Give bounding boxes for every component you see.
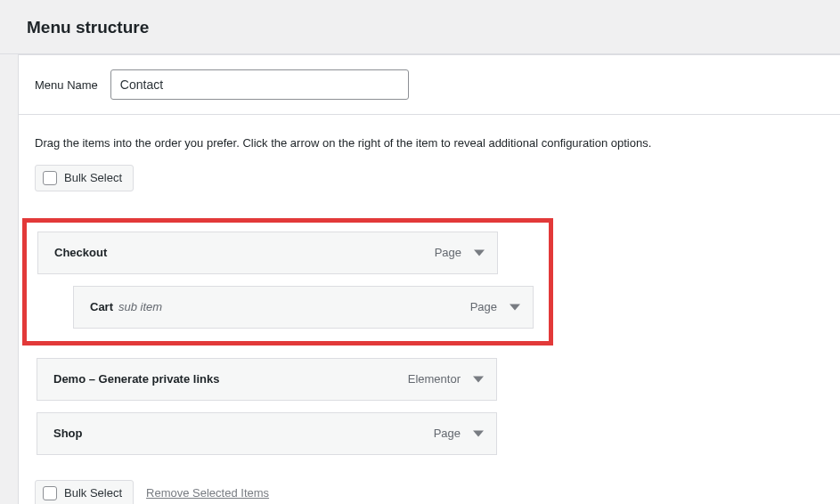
menu-item-title: Checkout [54,246,107,259]
menu-item-left: Checkout [54,246,107,259]
menu-item-left: Demo – Generate private links [53,372,219,386]
menu-item-right: Page [435,246,485,259]
menu-name-input[interactable] [110,69,409,100]
menu-item-subtitle: sub item [118,300,162,313]
menu-item-right: Elementor [408,372,484,386]
menu-item-type: Page [470,300,497,313]
chevron-down-icon[interactable] [510,302,520,313]
page-title: Menu structure [27,18,840,37]
menu-item-title: Shop [53,427,83,440]
instructions-text: Drag the items into the order you prefer… [19,115,840,152]
bulk-select-button[interactable]: Bulk Select [35,165,134,191]
menu-item-shop[interactable]: Shop Page [37,412,497,455]
menu-item-left: Shop [53,427,83,440]
menu-item-type: Page [435,246,461,259]
menu-item-checkout[interactable]: Checkout Page [37,232,498,274]
menu-name-row: Menu Name [19,55,840,115]
bulk-select-row-bottom: Bulk Select Remove Selected Items [19,464,840,505]
menu-item-right: Page [434,427,484,440]
bulk-select-label: Bulk Select [64,171,122,184]
menu-items-list: Checkout Page Cart sub item Page [19,199,840,464]
chevron-down-icon[interactable] [473,374,484,385]
menu-item-cart[interactable]: Cart sub item Page [73,286,534,329]
section-header: Menu structure [0,0,840,54]
chevron-down-icon[interactable] [473,428,484,439]
highlight-box: Checkout Page Cart sub item Page [22,218,553,345]
remove-selected-link[interactable]: Remove Selected Items [146,486,269,500]
menu-name-label: Menu Name [35,78,98,92]
bulk-select-button[interactable]: Bulk Select [35,480,134,505]
chevron-down-icon[interactable] [474,248,485,258]
menu-item-right: Page [470,300,520,313]
bulk-select-row-top: Bulk Select [19,152,840,199]
menu-structure-panel: Menu Name Drag the items into the order … [18,54,840,504]
menu-item-title: Cart [90,300,113,313]
menu-item-type: Elementor [408,372,461,386]
bulk-select-checkbox[interactable] [43,486,57,500]
bulk-select-label: Bulk Select [64,486,122,500]
menu-item-title: Demo – Generate private links [53,372,219,386]
menu-item-demo[interactable]: Demo – Generate private links Elementor [37,358,497,401]
bulk-select-checkbox[interactable] [43,171,57,185]
menu-item-left: Cart sub item [90,300,162,313]
menu-item-type: Page [434,427,461,440]
